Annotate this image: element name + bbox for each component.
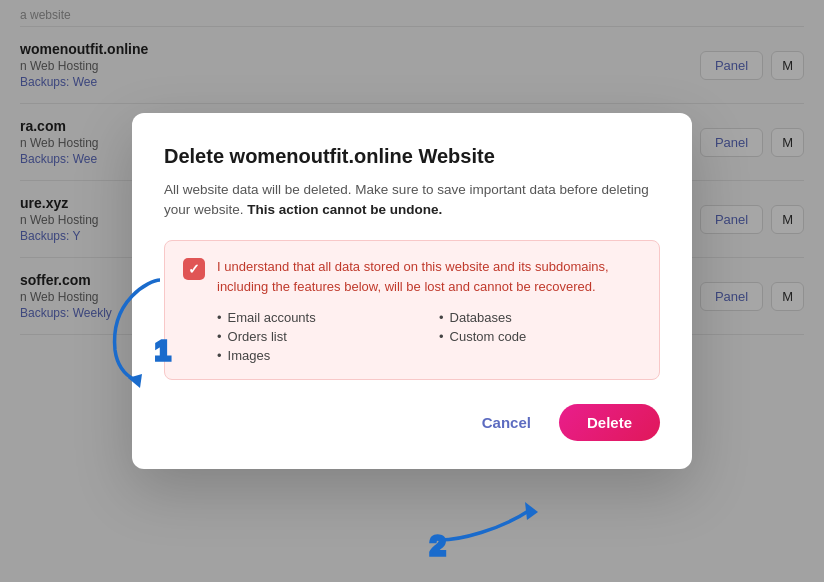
feature-orders-list: Orders list <box>217 329 419 344</box>
svg-text:1: 1 <box>155 335 171 366</box>
modal-footer: Cancel Delete <box>164 404 660 441</box>
feature-databases: Databases <box>439 310 641 325</box>
arrow-annotation-1: 1 <box>100 270 180 394</box>
feature-custom-code: Custom code <box>439 329 641 344</box>
feature-email-accounts: Email accounts <box>217 310 419 325</box>
feature-images: Images <box>217 348 419 363</box>
svg-text:2: 2 <box>430 530 446 560</box>
confirm-checkbox[interactable] <box>183 258 205 280</box>
features-list: Email accounts Databases Orders list Cus… <box>183 310 641 363</box>
modal-description: All website data will be deleted. Make s… <box>164 180 660 221</box>
delete-button[interactable]: Delete <box>559 404 660 441</box>
cancel-button[interactable]: Cancel <box>470 406 543 439</box>
confirm-text: I understand that all data stored on thi… <box>217 257 641 296</box>
delete-modal: Delete womenoutfit.online Website All we… <box>132 113 692 470</box>
arrow-annotation-2: 2 <box>420 480 560 564</box>
svg-marker-2 <box>525 502 538 520</box>
modal-title: Delete womenoutfit.online Website <box>164 145 660 168</box>
confirm-box: I understand that all data stored on thi… <box>164 240 660 380</box>
